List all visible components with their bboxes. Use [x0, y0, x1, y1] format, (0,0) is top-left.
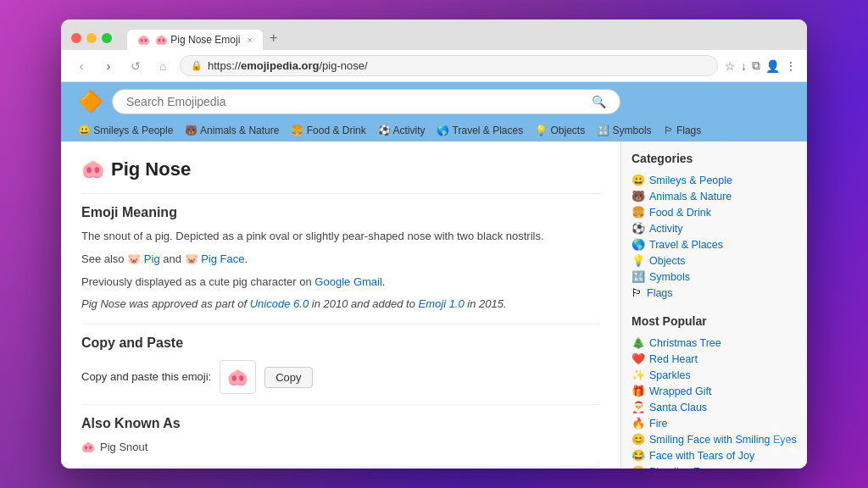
traffic-lights: [71, 33, 112, 43]
list-item: 😀 Smileys & People: [632, 172, 797, 188]
also-known-emoji: 🐽: [81, 439, 95, 456]
bookmark-icon[interactable]: ☆: [725, 59, 736, 73]
tab-bar: 🐽 🐽 Pig Nose Emoji × +: [127, 26, 797, 50]
sidebar-symbols[interactable]: Symbols: [649, 271, 690, 283]
downloads-icon[interactable]: ↓: [741, 59, 747, 73]
popular-title: Most Popular: [632, 314, 797, 328]
popular-santa[interactable]: Santa Claus: [649, 402, 707, 413]
list-item: 🔣 Symbols: [632, 269, 797, 285]
nav-right-icons: ☆ ↓ ⧉ 👤 ⋮: [725, 58, 797, 73]
google-gmail-link[interactable]: Google Gmail: [314, 275, 381, 288]
popular-tears-of-joy[interactable]: Face with Tears of Joy: [649, 450, 754, 462]
list-item: 🎁 Wrapped Gift: [632, 383, 797, 399]
sidebar-smileys[interactable]: Smileys & People: [649, 175, 732, 186]
unicode-link[interactable]: Unicode 6.0: [250, 297, 309, 310]
popular-sparkles[interactable]: Sparkles: [649, 369, 691, 381]
site-logo[interactable]: 🔶: [78, 90, 103, 114]
cat-activity[interactable]: ⚽ Activity: [378, 125, 426, 136]
page-title: 🐽 Pig Nose: [81, 155, 600, 183]
popular-fire[interactable]: Fire: [649, 418, 668, 430]
popular-list: 🎄 Christmas Tree ❤️ Red Heart ✨ Sparkles…: [632, 335, 797, 469]
list-item: 😂 Face with Tears of Joy: [632, 447, 797, 463]
new-tab-button[interactable]: +: [263, 26, 284, 50]
list-item: ❤️ Red Heart: [632, 351, 797, 367]
sidebar: Categories 😀 Smileys & People 🐻 Animals …: [620, 141, 807, 469]
reload-button[interactable]: ↺: [125, 56, 146, 76]
list-item: ✨ Sparkles: [632, 367, 797, 383]
lock-icon: 🔒: [191, 60, 203, 71]
categories-list: 😀 Smileys & People 🐻 Animals & Nature 🍔 …: [632, 172, 797, 301]
approved-text: Pig Nose was approved as part of Unicode…: [81, 296, 600, 313]
home-button[interactable]: ⌂: [153, 56, 173, 76]
cat-symbols[interactable]: 🔣 Symbols: [597, 125, 651, 136]
sidebar-flags[interactable]: Flags: [647, 287, 673, 299]
content-area: 🐽 Pig Nose Emoji Meaning The snout of a …: [61, 141, 620, 469]
category-nav: 😀 Smileys & People 🐻 Animals & Nature 🍔 …: [61, 121, 807, 141]
cat-food[interactable]: 🍔 Food & Drink: [291, 125, 365, 136]
minimize-button[interactable]: [86, 33, 97, 43]
pig-face-link[interactable]: 🐷 Pig Face: [185, 252, 245, 265]
address-bar[interactable]: 🔒 https://emojipedia.org/pig-nose/: [180, 55, 718, 76]
list-item: 😊 Smiling Face with Smiling Eyes: [632, 431, 797, 447]
list-item: ⚽ Activity: [632, 220, 797, 236]
extensions-icon[interactable]: ⧉: [752, 58, 760, 73]
search-icon: 🔍: [592, 95, 606, 108]
copy-button[interactable]: Copy: [264, 367, 312, 388]
previously-text: Previously displayed as a cute pig chara…: [81, 274, 600, 291]
see-also: See also 🐷 Pig and 🐷 Pig Face.: [81, 251, 600, 269]
main-content: 🐽 Pig Nose Emoji Meaning The snout of a …: [61, 141, 807, 469]
url-display: https://emojipedia.org/pig-nose/: [208, 59, 368, 72]
apple-name-heading: Apple Name: [81, 466, 600, 469]
profile-icon[interactable]: 👤: [765, 59, 780, 73]
list-item: 🎅 Santa Claus: [632, 399, 797, 415]
list-item: 🌎 Travel & Places: [632, 236, 797, 252]
browser-window: 🐽 🐽 Pig Nose Emoji × + ‹ › ↺ ⌂ 🔒 https:/…: [61, 19, 807, 469]
popular-smiling[interactable]: Smiling Face with Smiling Eyes: [649, 434, 797, 446]
page-title-text: Pig Nose: [111, 155, 191, 183]
popular-heart[interactable]: Red Heart: [649, 353, 698, 365]
meaning-text: The snout of a pig. Depicted as a pink o…: [81, 228, 600, 246]
popular-christmas[interactable]: Christmas Tree: [649, 337, 721, 349]
cat-travel[interactable]: 🌎 Travel & Places: [437, 125, 523, 136]
sidebar-objects[interactable]: Objects: [649, 255, 685, 267]
pig-link[interactable]: 🐷 Pig: [127, 252, 159, 265]
emoji-link[interactable]: Emoji 1.0: [419, 297, 465, 310]
cat-smileys[interactable]: 😀 Smileys & People: [78, 125, 173, 136]
sidebar-animals[interactable]: Animals & Nature: [649, 191, 732, 202]
list-item: 💡 Objects: [632, 252, 797, 269]
tab-close-button[interactable]: ×: [248, 35, 253, 45]
copy-row: Copy and paste this emoji: 🐽 Copy: [81, 360, 600, 394]
also-known-heading: Also Known As: [81, 404, 600, 434]
tab-title: 🐽 Pig Nose Emoji: [155, 34, 240, 46]
maximize-button[interactable]: [102, 33, 112, 43]
list-item: 🍔 Food & Drink: [632, 204, 797, 220]
search-bar[interactable]: 🔍: [112, 89, 620, 114]
popular-pleading[interactable]: Pleading Face: [649, 466, 717, 469]
also-known-item: 🐽 Pig Snout: [81, 439, 600, 456]
categories-title: Categories: [632, 152, 797, 165]
page-emoji: 🐽: [81, 155, 104, 183]
also-known-name: Pig Snout: [100, 439, 147, 456]
active-tab[interactable]: 🐽 🐽 Pig Nose Emoji ×: [127, 30, 263, 50]
list-item: 🔥 Fire: [632, 415, 797, 431]
close-button[interactable]: [71, 33, 81, 43]
menu-icon[interactable]: ⋮: [785, 59, 797, 73]
emoji-display: 🐽: [220, 360, 256, 394]
popular-wrapped-gift[interactable]: Wrapped Gift: [649, 385, 711, 397]
cat-flags[interactable]: 🏳 Flags: [664, 125, 702, 136]
search-input[interactable]: [126, 95, 592, 108]
copy-heading: Copy and Paste: [81, 324, 600, 353]
cat-animals[interactable]: 🐻 Animals & Nature: [185, 125, 279, 136]
navigation-bar: ‹ › ↺ ⌂ 🔒 https://emojipedia.org/pig-nos…: [61, 50, 807, 82]
back-button[interactable]: ‹: [71, 56, 92, 76]
list-item: 🐻 Animals & Nature: [632, 188, 797, 204]
sidebar-travel[interactable]: Travel & Places: [649, 239, 723, 251]
forward-button[interactable]: ›: [98, 56, 119, 76]
meaning-heading: Emoji Meaning: [81, 193, 600, 223]
sidebar-activity[interactable]: Activity: [649, 223, 683, 235]
cat-objects[interactable]: 💡 Objects: [535, 125, 585, 136]
list-item: 🎄 Christmas Tree: [632, 335, 797, 351]
tab-favicon: 🐽: [137, 34, 150, 46]
site-header: 🔶 🔍: [61, 82, 807, 121]
sidebar-food[interactable]: Food & Drink: [649, 207, 711, 219]
